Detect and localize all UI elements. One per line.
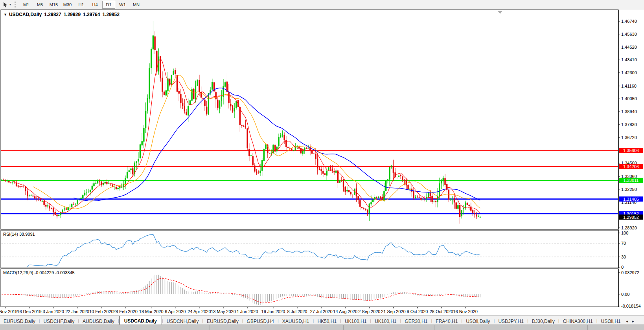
timeframe-button-h1[interactable]: H1 <box>75 1 88 9</box>
chart-tab-dj30-daily[interactable]: DJ30,Daily <box>528 317 558 325</box>
macd-indicator-label: MACD(12,26,9) -0.004229 -0.003345 <box>3 270 75 275</box>
svg-text:1.43410: 1.43410 <box>621 57 637 62</box>
svg-text:28 Feb 2020: 28 Feb 2020 <box>113 309 138 314</box>
chart-tab-china300-h1[interactable]: CHINA300,H1 <box>559 317 596 325</box>
toolbar-grip[interactable] <box>15 2 16 7</box>
chart-tab-xauusd-h1[interactable]: XAUUSD,H1 <box>279 317 313 325</box>
price-level-badge: 1.33011 <box>619 178 643 183</box>
svg-text:18 Mar 2020: 18 Mar 2020 <box>139 309 164 314</box>
svg-text:1.46740: 1.46740 <box>621 19 637 24</box>
price-level-badge: 1.35606 <box>619 148 643 153</box>
price-level-badge: 1.31405 <box>619 196 643 202</box>
timeframe-buttons: M1M5M15M30H1H4D1W1MN <box>19 1 143 9</box>
toolbar: ▾ M1M5M15M30H1H4D1W1MN <box>0 0 644 9</box>
svg-text:2 Sep 2020: 2 Sep 2020 <box>358 309 380 314</box>
svg-text:1.45630: 1.45630 <box>621 32 637 37</box>
svg-text:24 Apr 2020: 24 Apr 2020 <box>188 309 211 314</box>
timeframe-button-h4[interactable]: H4 <box>88 1 101 9</box>
svg-text:13 May 2020: 13 May 2020 <box>211 309 236 314</box>
svg-text:1.32250: 1.32250 <box>621 187 637 192</box>
chart-tab-fra40-h1[interactable]: FRA40,H1 <box>432 317 461 325</box>
timeframe-button-mn[interactable]: MN <box>130 1 143 9</box>
symbol-period-label: USDCAD,Daily <box>9 12 42 17</box>
tab-scroll-left-icon[interactable]: ◂ <box>624 319 630 323</box>
chart-tab-usoil-h1[interactable]: USOil,H1 <box>598 317 624 325</box>
chart-tab-usdcnh-daily[interactable]: USDCNH,Daily <box>163 317 202 325</box>
quote-close: 1.29852 <box>102 12 119 17</box>
svg-text:1.29852: 1.29852 <box>623 215 639 220</box>
svg-text:70: 70 <box>621 241 626 246</box>
macd-main-value: -0.004229 <box>34 270 54 275</box>
svg-text:1 Jun 2020: 1 Jun 2020 <box>237 309 258 314</box>
svg-text:19 Jun 2020: 19 Jun 2020 <box>261 309 285 314</box>
svg-text:1.40050: 1.40050 <box>621 96 637 101</box>
timeframe-button-d1[interactable]: D1 <box>102 1 115 9</box>
strip-segment <box>210 325 344 330</box>
svg-text:1.34206: 1.34206 <box>623 164 639 169</box>
quote-high: 1.29929 <box>64 12 81 17</box>
svg-text:1.37830: 1.37830 <box>621 122 637 127</box>
svg-text:27 Jul 2020: 27 Jul 2020 <box>310 309 333 314</box>
tab-scroll-right-icon[interactable]: ▸ <box>630 319 636 323</box>
chart-tab-bar: EURUSD,Daily|USDCHF,Daily|AUDUSD,Daily|U… <box>0 315 644 325</box>
price-level-badge: 1.34206 <box>619 164 643 169</box>
chart-tab-eurusd-daily[interactable]: EURUSD,Daily <box>0 317 39 325</box>
svg-text:8 Jul 2020: 8 Jul 2020 <box>287 309 307 314</box>
chart-tab-usdcad-daily[interactable]: USDCAD,Daily <box>119 316 162 325</box>
svg-text:1.33011: 1.33011 <box>624 178 639 183</box>
svg-text:6 Apr 2020: 6 Apr 2020 <box>165 309 186 314</box>
svg-text:1.44520: 1.44520 <box>621 45 637 50</box>
chart-tab-eurusd-daily[interactable]: EURUSD,Daily <box>203 317 242 325</box>
strip-segment <box>344 325 434 330</box>
svg-text:0.032972: 0.032972 <box>621 270 639 275</box>
cursor-tool-button[interactable]: ▾ <box>2 1 12 8</box>
svg-text:-0.018154: -0.018154 <box>621 304 641 308</box>
svg-text:16 Dec 2019: 16 Dec 2019 <box>17 309 41 314</box>
price-chart-canvas[interactable]: 1.467401.456301.445201.434101.423001.411… <box>0 0 644 330</box>
chart-tab-ger30-h1[interactable]: GER30,H1 <box>401 317 431 325</box>
timeframe-button-w1[interactable]: W1 <box>116 1 129 9</box>
quote-low: 1.29764 <box>83 12 100 17</box>
svg-text:1.38940: 1.38940 <box>621 109 637 114</box>
svg-text:22 Jan 2020: 22 Jan 2020 <box>65 309 89 314</box>
svg-text:3 Jan 2020: 3 Jan 2020 <box>42 309 64 314</box>
chart-tab-usoil-daily[interactable]: USOil,Daily <box>462 317 493 325</box>
strip-segment <box>588 325 644 330</box>
chevron-down-icon[interactable]: ▾ <box>9 3 11 6</box>
svg-text:1.36720: 1.36720 <box>621 135 637 140</box>
svg-text:1.35606: 1.35606 <box>623 148 639 153</box>
rsi-name: RSI(14) <box>3 232 18 236</box>
svg-text:100: 100 <box>621 231 628 235</box>
svg-text:0.00: 0.00 <box>621 292 629 297</box>
macd-name: MACD(12,26,9) <box>3 270 33 275</box>
svg-text:28 Oct 2020: 28 Oct 2020 <box>430 309 453 314</box>
svg-text:9 Oct 2020: 9 Oct 2020 <box>407 309 428 314</box>
pointer-icon <box>3 2 8 7</box>
svg-text:16 Nov 2020: 16 Nov 2020 <box>453 309 478 314</box>
bottom-strip <box>0 324 644 330</box>
chart-tab-uk100-h1[interactable]: UK100,H1 <box>371 317 400 325</box>
svg-text:14 Aug 2020: 14 Aug 2020 <box>333 309 357 314</box>
strip-segment <box>0 325 210 330</box>
timeframe-button-m1[interactable]: M1 <box>20 1 33 9</box>
svg-text:27 Nov 2019: 27 Nov 2019 <box>0 309 18 314</box>
chart-tab-gbpusd-h4[interactable]: GBPUSD,H4 <box>243 317 278 325</box>
timeframe-button-m30[interactable]: M30 <box>61 1 74 9</box>
chart-tab-audusd-daily[interactable]: AUDUSD,Daily <box>79 317 118 325</box>
svg-text:1.42300: 1.42300 <box>621 70 637 75</box>
svg-text:1.31405: 1.31405 <box>623 197 639 202</box>
mt4-terminal: { "toolbar": { "timeframes": ["M1","M5",… <box>0 0 644 330</box>
collapse-chart-icon[interactable]: ▼ <box>4 13 7 16</box>
svg-text:1.41160: 1.41160 <box>621 84 637 88</box>
svg-text:21 Sep 2020: 21 Sep 2020 <box>381 309 405 314</box>
chart-tab-hk50-h1[interactable]: HK50,H1 <box>314 317 340 325</box>
timeframe-button-m5[interactable]: M5 <box>33 1 46 9</box>
chart-tab-usdjpy-h1[interactable]: USDJPY,H1 <box>495 317 527 325</box>
rsi-indicator-label: RSI(14) 38.9091 <box>3 232 35 236</box>
chart-tab-uk100-h1[interactable]: UK100,H1 <box>341 317 370 325</box>
svg-text:30: 30 <box>621 255 626 259</box>
chart-tab-usdchf-daily[interactable]: USDCHF,Daily <box>40 317 78 325</box>
date-axis: 27 Nov 201916 Dec 20193 Jan 202022 Jan 2… <box>0 307 478 314</box>
price-level-badge: 1.29852 <box>619 214 643 220</box>
timeframe-button-m15[interactable]: M15 <box>47 1 60 9</box>
